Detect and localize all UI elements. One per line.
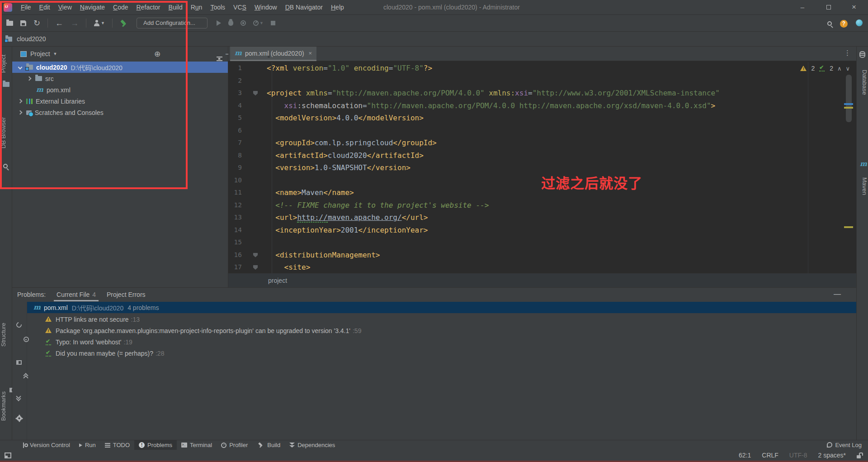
toolwindow-button-label: Terminal [190,442,212,448]
problem-row[interactable]: Package 'org.apache.maven.plugins:maven-… [27,325,856,336]
line-ending[interactable]: CRLF [762,452,778,459]
menu-db-navigator[interactable]: DB Navigator [281,0,327,15]
problem-location: :13 [131,316,140,323]
problems-toolbar [12,302,27,440]
problem-row[interactable]: Did you mean maybe (= perhaps)?:28 [27,348,856,359]
sidebar-item-database[interactable]: Database [857,62,868,103]
coverage-icon[interactable] [241,20,246,26]
unlock-icon[interactable] [857,452,862,458]
line-number: 7 [228,137,242,149]
stop-icon[interactable] [271,21,275,25]
hide-icon[interactable]: — [834,291,841,298]
status-bar-right: 62:1 CRLF UTF-8 2 spaces* [739,450,862,461]
line-number: 14 [228,224,242,237]
event-log-icon [827,442,832,448]
maven-icon[interactable]: m [860,161,867,167]
line-number: 5 [228,112,242,124]
event-log-button[interactable]: Event Log [827,440,862,450]
database-icon[interactable] [859,51,865,58]
prev-problem-icon[interactable]: ∧ [837,65,842,72]
status-bar [0,450,868,461]
code-line: 16 <distributionManagement> [228,249,856,262]
severity-filter-icon[interactable] [15,321,23,329]
close-icon[interactable]: × [844,0,864,15]
typo-icon [45,339,52,345]
menu-window[interactable]: Window [250,0,281,15]
annotation-box [0,1,188,189]
fold-marker-icon[interactable] [253,253,258,257]
caret-position[interactable]: 62:1 [739,452,751,459]
problems-tab-bar: Problems: Current File4Project Errors [12,288,856,301]
tab-project-errors[interactable]: Project Errors [107,288,146,301]
preview-icon[interactable] [16,360,22,365]
profiler-icon[interactable]: ▼ [253,20,264,26]
toolwindow-button-run[interactable]: Run [75,440,100,450]
tool-window-bar: Version ControlRunTODOProblemsTerminalPr… [0,440,868,450]
problem-location: :28 [156,350,164,357]
tab-current-file[interactable]: Current File4 [57,288,96,301]
sidebar-item-bookmarks[interactable]: Bookmarks [0,387,12,425]
problem-text: Did you mean maybe (= perhaps)? [56,350,153,357]
code-text: <project xmlns="http://maven.apache.org/… [267,87,720,100]
error-stripe-mark [844,103,853,105]
search-icon[interactable] [827,20,832,27]
toolwindow-button-label: Profiler [229,442,248,448]
file-path: D:\代码\cloud2020 [72,303,123,312]
code-line: 15 [228,236,856,249]
expand-all-icon[interactable] [16,395,21,400]
code-line: 2 [228,75,856,87]
terminal-icon [181,443,187,448]
toolwindow-button-todo[interactable]: TODO [100,440,134,450]
ide-status-icon[interactable] [856,19,863,28]
breadcrumb-project[interactable]: project [268,277,287,284]
code-text: <name>Maven</name> [267,186,354,199]
line-number: 10 [228,174,242,187]
code-text: <url>http://maven.apache.org/</url> [267,211,428,224]
debug-icon[interactable] [228,20,233,26]
problem-count: 4 problems [127,304,159,311]
inspection-widget[interactable]: 2 2 ∧ ∨ [800,65,850,72]
toolwindow-button-terminal[interactable]: Terminal [177,440,217,450]
editor-breadcrumb-bar: project [228,273,856,287]
toolwindow-button-problems[interactable]: Problems [134,440,177,450]
tab-count: 4 [92,291,96,298]
menu-run[interactable]: Run [187,0,207,15]
toolwindow-button-version-control[interactable]: Version Control [17,440,75,450]
expand-icon[interactable] [217,57,222,61]
warning-count: 2 [811,65,815,72]
toolwindow-button-profiler[interactable]: Profiler [217,440,252,450]
next-problem-icon[interactable]: ∨ [845,65,850,72]
toolwindow-toggle-icon[interactable] [5,452,11,458]
run-icon[interactable] [217,20,221,26]
problem-row[interactable]: HTTP links are not secure:13 [27,314,856,325]
code-line: 5 <modelVersion>4.0.0</modelVersion> [228,112,856,124]
file-encoding[interactable]: UTF-8 [789,452,807,459]
menu-help[interactable]: Help [327,0,348,15]
editor-scrollbar[interactable] [846,75,852,122]
collapse-all-icon[interactable] [24,375,28,379]
tab-pom-xml[interactable]: m pom.xml (cloud2020) × [230,47,316,61]
sidebar-item-structure[interactable]: Structure [0,317,12,353]
fold-marker-icon[interactable] [253,91,258,95]
toolwindow-button-build[interactable]: Build [252,440,285,450]
indent-setting[interactable]: 2 spaces* [818,452,846,459]
help-icon[interactable]: ? [840,19,848,28]
menu-tools[interactable]: Tools [206,0,229,15]
problems-file-row[interactable]: m pom.xml D:\代码\cloud2020 4 problems [27,302,856,313]
code-line: 13 <url>http://maven.apache.org/</url> [228,211,856,224]
code-area[interactable]: 1<?xml version="1.0" encoding="UTF-8"?>2… [228,62,856,273]
settings-icon[interactable] [17,416,22,421]
menu-vcs[interactable]: VCS [229,0,250,15]
close-tab-icon[interactable]: × [309,50,312,57]
problem-row[interactable]: Typo: In word 'webhost':19 [27,336,856,348]
toolwindow-button-label: Dependencies [297,442,335,448]
sidebar-item-maven[interactable]: Maven [857,171,868,202]
toolwindow-button-dependencies[interactable]: Dependencies [285,440,340,450]
more-tabs-icon[interactable]: ⋮ [844,49,851,57]
maximize-icon[interactable] [818,0,839,15]
fold-marker-icon[interactable] [253,265,258,270]
minimize-icon[interactable]: – [792,0,813,15]
toolwindow-button-label: Run [85,442,96,448]
code-line: 8 <artifactId>cloud2020</artifactId> [228,149,856,162]
line-number: 1 [228,62,242,75]
